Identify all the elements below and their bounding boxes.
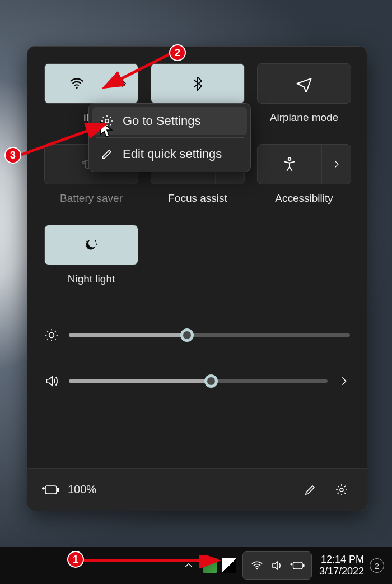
tiles-area: iPh A: [27, 47, 367, 305]
cursor-icon: [100, 121, 114, 139]
svg-rect-16: [293, 562, 302, 569]
focus-label: Focus assist: [168, 192, 227, 205]
brightness-icon: [44, 328, 59, 342]
tile-row: Night light: [44, 225, 350, 299]
accessibility-tile-expand[interactable]: [321, 145, 351, 184]
bluetooth-tile-main[interactable]: [151, 64, 244, 103]
tile-wrap-night-light: Night light: [44, 225, 138, 299]
accessibility-label: Accessibility: [275, 192, 333, 205]
airplane-tile[interactable]: [257, 63, 351, 104]
accessibility-icon: [282, 156, 297, 172]
chevron-right-icon: [118, 78, 129, 89]
clock-date: 3/17/2022: [319, 566, 364, 577]
svg-point-0: [76, 87, 78, 89]
airplane-icon: [296, 75, 312, 92]
svg-point-3: [288, 157, 291, 160]
volume-slider[interactable]: [69, 379, 328, 383]
pencil-icon: [100, 147, 114, 161]
wifi-tile-main[interactable]: [45, 64, 109, 103]
volume-icon: [44, 374, 59, 388]
chevron-right-icon: [332, 159, 342, 169]
wifi-tile-expand[interactable]: [109, 64, 138, 103]
accessibility-tile[interactable]: [257, 144, 351, 184]
annotation-2: 2: [169, 44, 186, 61]
airplane-label: Airplane mode: [270, 112, 339, 124]
annotation-1: 1: [67, 551, 84, 568]
volume-slider-row: [44, 374, 350, 388]
ctx-separator: [96, 137, 244, 138]
svg-point-15: [256, 568, 258, 570]
tray-battery-icon: [289, 557, 306, 574]
svg-rect-8: [45, 486, 57, 494]
panel-footer: 100%: [27, 468, 367, 511]
brightness-thumb[interactable]: [180, 328, 194, 342]
svg-point-7: [49, 333, 54, 338]
wifi-tile[interactable]: [44, 63, 138, 104]
tray-app-1[interactable]: [203, 558, 217, 573]
bluetooth-icon: [190, 76, 206, 91]
ctx-go-to-settings[interactable]: Go to Settings: [92, 107, 247, 135]
svg-rect-9: [57, 488, 59, 492]
gear-icon: [335, 483, 348, 497]
quick-settings-tray-button[interactable]: [243, 552, 311, 579]
ctx-item-label: Edit quick settings: [123, 147, 222, 161]
settings-button[interactable]: [330, 478, 353, 502]
tile-wrap-accessibility: Accessibility: [257, 144, 351, 218]
sliders-area: [27, 305, 367, 420]
battery-charging-icon: [41, 483, 60, 497]
taskbar: 12:14 PM 3/17/2022 2: [0, 547, 392, 584]
ctx-item-label: Go to Settings: [123, 114, 200, 128]
bluetooth-tile[interactable]: [151, 63, 245, 104]
notification-center-button[interactable]: 2: [370, 558, 384, 573]
volume-expand-button[interactable]: [338, 375, 350, 387]
night-light-tile[interactable]: [44, 225, 138, 265]
tray-volume-icon: [269, 557, 286, 574]
accessibility-tile-main[interactable]: [258, 145, 321, 184]
tile-wrap-airplane: Airplane mode: [257, 63, 351, 137]
svg-point-6: [96, 244, 98, 245]
clock-time: 12:14 PM: [319, 554, 364, 566]
svg-rect-17: [303, 564, 305, 567]
night-light-icon: [83, 237, 100, 253]
pencil-icon: [304, 483, 317, 497]
night-light-label: Night light: [68, 273, 115, 285]
show-hidden-icons[interactable]: [180, 557, 197, 574]
annotation-3: 3: [4, 147, 21, 164]
edit-button[interactable]: [298, 478, 322, 502]
ctx-edit-quick-settings[interactable]: Edit quick settings: [92, 140, 247, 168]
volume-thumb[interactable]: [204, 374, 218, 388]
tray-wifi-icon: [249, 557, 265, 574]
battery-percent-text[interactable]: 100%: [68, 483, 96, 496]
tray-app-2[interactable]: [222, 558, 236, 573]
wifi-icon: [68, 75, 85, 92]
brightness-slider[interactable]: [69, 333, 350, 337]
svg-point-10: [340, 488, 343, 492]
battery-saver-label: Battery saver: [60, 192, 123, 205]
svg-point-4: [86, 241, 88, 243]
taskbar-clock[interactable]: 12:14 PM 3/17/2022: [319, 554, 364, 577]
svg-point-5: [95, 240, 96, 242]
brightness-slider-row: [44, 328, 350, 342]
chevron-up-icon: [183, 560, 194, 571]
